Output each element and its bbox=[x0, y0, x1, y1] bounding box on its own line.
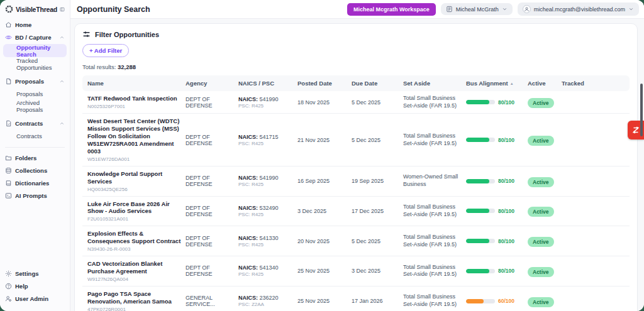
collapse-sidebar-icon[interactable] bbox=[60, 6, 65, 13]
page-title: Opportunity Search bbox=[77, 5, 150, 14]
opportunity-name[interactable]: West Desert Test Center (WDTC) Mission S… bbox=[87, 117, 182, 155]
brand-name: VisibleThread bbox=[16, 6, 57, 13]
table-row[interactable]: Pago Pago TSA Space Renovation, American… bbox=[82, 286, 630, 311]
opportunity-name-cell[interactable]: Explosion Effects & Consequences Support… bbox=[87, 230, 182, 252]
sidebar-bottom-group: Settings Help User Admin bbox=[0, 267, 70, 305]
chevron-up-icon[interactable] bbox=[59, 35, 65, 40]
psc-value: Z2AA bbox=[252, 302, 264, 307]
sidebar-item-opportunity-search[interactable]: Opportunity Search bbox=[3, 44, 67, 57]
sidebar-item-proposals-section[interactable]: Proposals bbox=[0, 75, 70, 87]
sidebar-item-collections[interactable]: Collections bbox=[0, 164, 70, 177]
agency-cell: DEPT OF DEFENSE bbox=[186, 175, 235, 187]
table-row[interactable]: CAD Vectorization Blanket Purchase Agree… bbox=[82, 256, 630, 286]
opportunity-name-cell[interactable]: West Desert Test Center (WDTC) Mission S… bbox=[87, 117, 182, 161]
chevron-down-icon bbox=[628, 6, 634, 12]
active-cell: Active bbox=[528, 134, 558, 146]
opportunity-name[interactable]: CAD Vectorization Blanket Purchase Agree… bbox=[87, 260, 182, 275]
opportunity-name[interactable]: Pago Pago TSA Space Renovation, American… bbox=[87, 290, 182, 305]
alignment-score: 80/100 bbox=[498, 268, 514, 274]
user-email: micheal.mcgrath@visiblethread.com bbox=[534, 6, 625, 13]
vertical-scrollbar-thumb[interactable] bbox=[640, 84, 643, 136]
alignment-bar bbox=[466, 138, 495, 142]
due-date-cell: 5 Dec 2025 bbox=[352, 137, 399, 143]
opportunity-name[interactable]: TATF Redwood Tank Inspection bbox=[87, 95, 182, 102]
main-area: Opportunity Search Micheal Mcgrath Works… bbox=[70, 0, 644, 311]
set-aside-cell: Total Small Business Set-Aside (FAR 19.5… bbox=[403, 264, 462, 278]
sidebar-item-folders[interactable]: Folders bbox=[0, 151, 70, 164]
person-icon bbox=[524, 6, 530, 12]
total-results-value: 32,288 bbox=[118, 63, 136, 70]
sidebar-item-ai-prompts[interactable]: AI Prompts bbox=[0, 189, 70, 202]
due-date-cell: 5 Dec 2025 bbox=[352, 238, 399, 244]
column-header-set-aside[interactable]: Set Aside bbox=[403, 80, 462, 87]
active-badge: Active bbox=[528, 237, 554, 247]
table-body: TATF Redwood Tank Inspection N0025326P70… bbox=[82, 91, 630, 311]
column-header-posted-date[interactable]: Posted Date bbox=[297, 80, 348, 87]
column-header-bus-alignment[interactable]: Bus Alignment▲ bbox=[466, 80, 524, 87]
sidebar-item-proposals[interactable]: Proposals bbox=[0, 87, 70, 100]
book-icon bbox=[5, 180, 12, 187]
opportunity-name-cell[interactable]: CAD Vectorization Blanket Purchase Agree… bbox=[87, 260, 182, 282]
column-header-naics-psc[interactable]: NAICS / PSC bbox=[238, 80, 294, 87]
due-date-cell: 3 Dec 2025 bbox=[352, 268, 399, 274]
sidebar-item-contracts-section[interactable]: Contracts bbox=[0, 117, 70, 129]
column-header-tracked[interactable]: Tracked bbox=[562, 80, 625, 87]
content-area: Filter Opportunities + Add Filter Total … bbox=[70, 19, 644, 311]
column-header-agency[interactable]: Agency bbox=[186, 80, 235, 87]
workspace-badge[interactable]: Micheal Mcgrath Workspace bbox=[347, 3, 436, 16]
opportunity-name[interactable]: Knowledge Portal Support Services bbox=[87, 170, 182, 185]
opportunity-name[interactable]: Luke Air Force Base 2026 Air Show - Audi… bbox=[87, 200, 182, 216]
set-aside-cell: Total Small Business Set-Aside (FAR 19.5… bbox=[403, 204, 462, 218]
table-row[interactable]: West Desert Test Center (WDTC) Mission S… bbox=[82, 114, 630, 166]
sidebar-item-contracts[interactable]: Contracts bbox=[0, 129, 70, 142]
sort-ascending-icon[interactable]: ▲ bbox=[510, 82, 514, 85]
chevron-up-icon[interactable] bbox=[59, 79, 65, 84]
alignment-score: 80/100 bbox=[498, 238, 514, 244]
active-cell: Active bbox=[528, 265, 558, 277]
table-row[interactable]: TATF Redwood Tank Inspection N0025326P70… bbox=[82, 91, 630, 114]
naics-psc-cell: NAICS: 541990 PSC: R425 bbox=[238, 96, 294, 109]
sidebar-item-home[interactable]: Home bbox=[0, 18, 70, 31]
opportunity-name-cell[interactable]: Luke Air Force Base 2026 Air Show - Audi… bbox=[87, 200, 182, 222]
table-row[interactable]: Luke Air Force Base 2026 Air Show - Audi… bbox=[82, 197, 630, 227]
alignment-bar bbox=[466, 299, 495, 303]
sidebar-item-user-admin[interactable]: User Admin bbox=[0, 292, 70, 305]
opportunity-name-cell[interactable]: Pago Pago TSA Space Renovation, American… bbox=[87, 290, 182, 311]
table-row[interactable]: Knowledge Portal Support Services HQ0034… bbox=[82, 166, 630, 197]
opportunity-name[interactable]: Explosion Effects & Consequences Support… bbox=[87, 230, 182, 245]
sidebar-item-bd-capture[interactable]: BD / Capture bbox=[0, 31, 70, 43]
alignment-score: 60/100 bbox=[498, 298, 514, 304]
table-row[interactable]: Explosion Effects & Consequences Support… bbox=[82, 226, 630, 256]
alignment-bar bbox=[466, 239, 495, 243]
workspace-selector[interactable]: Micheal McGrath bbox=[441, 3, 513, 15]
alignment-cell: 60/100 bbox=[466, 298, 524, 304]
alignment-bar bbox=[466, 209, 495, 213]
add-filter-button[interactable]: + Add Filter bbox=[82, 44, 129, 57]
column-header-active[interactable]: Active bbox=[528, 80, 558, 87]
chevron-up-icon[interactable] bbox=[59, 121, 65, 126]
solicitation-number: N39430-26-R-0003 bbox=[87, 246, 182, 252]
sidebar-item-settings[interactable]: Settings bbox=[0, 267, 70, 280]
alignment-bar-fill bbox=[466, 239, 489, 243]
alignment-bar-fill bbox=[466, 299, 484, 303]
opportunity-name-cell[interactable]: TATF Redwood Tank Inspection N0025326P70… bbox=[87, 95, 182, 109]
psc-value: R425 bbox=[252, 103, 264, 109]
sidebar-item-archived-proposals[interactable]: Archived Proposals bbox=[0, 100, 70, 112]
user-admin-icon bbox=[5, 295, 12, 302]
solicitation-number: HQ003425QE256 bbox=[87, 187, 182, 192]
column-header-due-date[interactable]: Due Date bbox=[352, 80, 399, 87]
chevron-down-icon bbox=[502, 6, 508, 12]
sidebar-item-help[interactable]: Help bbox=[0, 280, 70, 292]
sidebar-item-dictionaries[interactable]: Dictionaries bbox=[0, 177, 70, 189]
psc-value: R425 bbox=[252, 242, 264, 248]
sidebar-item-tracked-opportunities[interactable]: Tracked Opportunities bbox=[0, 58, 70, 70]
filter-section-title: Filter Opportunities bbox=[95, 31, 159, 38]
column-header-name[interactable]: Name bbox=[87, 80, 182, 87]
naics-value: 541340 bbox=[260, 265, 279, 271]
opportunity-name-cell[interactable]: Knowledge Portal Support Services HQ0034… bbox=[87, 170, 182, 192]
active-cell: Active bbox=[528, 205, 558, 217]
alignment-bar bbox=[466, 179, 495, 183]
user-menu[interactable]: micheal.mcgrath@visiblethread.com bbox=[518, 3, 639, 16]
collections-icon bbox=[5, 167, 12, 174]
alignment-bar-fill bbox=[466, 179, 489, 183]
